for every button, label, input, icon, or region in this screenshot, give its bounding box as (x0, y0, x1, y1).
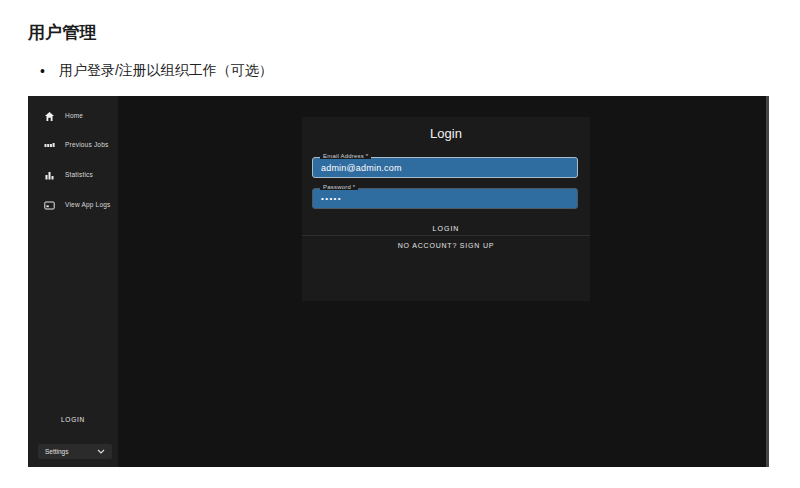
sidebar-item-statistics[interactable]: Statistics (44, 165, 116, 185)
login-card-title: Login (302, 126, 590, 141)
sidebar-item-home[interactable]: Home (44, 106, 116, 126)
signup-link[interactable]: NO ACCOUNT? SIGN UP (302, 242, 590, 249)
settings-dropdown[interactable]: Settings (38, 444, 112, 459)
bullet-text: 用户登录/注册以组织工作（可选） (59, 62, 273, 80)
sidebar-item-view-app-logs[interactable]: View App Logs (44, 194, 116, 216)
previous-jobs-icon (44, 140, 55, 151)
sidebar-item-label: Statistics (65, 170, 93, 180)
email-field[interactable]: Email Address * admin@admin.com (312, 157, 578, 178)
app-logs-icon (44, 200, 55, 211)
page-title: 用户管理 (28, 21, 97, 44)
app-screenshot: Home Previous Jobs Statis (28, 96, 769, 467)
card-divider (302, 235, 590, 236)
chevron-down-icon (97, 448, 105, 456)
login-card: Login Email Address * admin@admin.com Pa… (302, 117, 590, 301)
sidebar-item-previous-jobs[interactable]: Previous Jobs (44, 134, 116, 156)
sidebar-item-label: Home (65, 111, 83, 121)
sidebar-item-label: Previous Jobs (65, 140, 108, 150)
sidebar-item-label: View App Logs (65, 200, 111, 210)
sidebar: Home Previous Jobs Statis (28, 96, 118, 467)
statistics-icon (44, 170, 55, 181)
password-field[interactable]: Password * ••••• (312, 188, 578, 209)
home-icon (44, 111, 55, 122)
sidebar-login-button[interactable]: LOGIN (28, 416, 118, 423)
email-field-value: admin@admin.com (321, 158, 402, 177)
settings-label: Settings (45, 448, 69, 455)
main-area: Login Email Address * admin@admin.com Pa… (118, 96, 769, 467)
window-scrollbar[interactable] (766, 96, 769, 467)
bullet-item: • 用户登录/注册以组织工作（可选） (40, 62, 273, 80)
password-field-value: ••••• (321, 189, 342, 208)
bullet-dot: • (40, 64, 45, 78)
login-submit-button[interactable]: LOGIN (302, 221, 590, 235)
